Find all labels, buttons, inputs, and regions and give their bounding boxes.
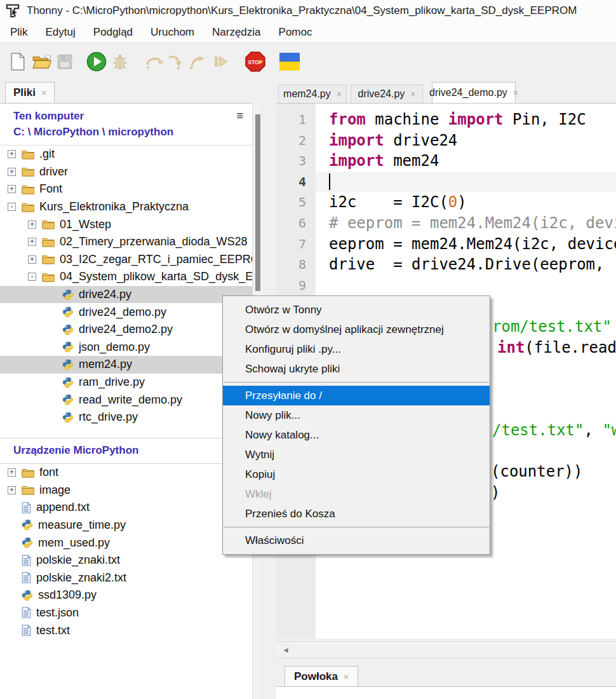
code-line-fragment: int(file.read	[497, 337, 616, 358]
close-icon[interactable]: ×	[337, 89, 342, 99]
line-number: 2	[276, 130, 306, 151]
context-menu-item-przenie-do-kosza[interactable]: Przenieś do Kosza	[223, 504, 490, 524]
context-menu-item-przesy-anie-do[interactable]: Przesyłanie do /	[223, 386, 490, 405]
context-menu-item-schowaj-ukryte-pliki[interactable]: Schowaj ukryte pliki	[223, 359, 490, 379]
open-file-button[interactable]	[32, 53, 52, 70]
tree-item-ram-drive-py[interactable]: ram_drive.py	[0, 374, 252, 391]
context-menu-item-otw-rz-w-tonny[interactable]: Otwórz w Tonny	[223, 300, 490, 320]
file-label: measure_time.py	[38, 519, 126, 532]
menu-pomoc[interactable]: Pomoc	[270, 22, 321, 43]
tree-item-04-system-plikow-karta-sd-dysk-eeprom[interactable]: -04_System_plikow_karta_SD_dysk_EEPROM	[0, 268, 252, 286]
stop-restart-backend-button[interactable]: STOP	[244, 51, 266, 72]
code-line: drive = drive24.Drive(eeprom,	[329, 254, 613, 275]
tree-item-mem24-py[interactable]: mem24.py	[0, 356, 252, 374]
tree-item-append-txt[interactable]: append.txt	[0, 499, 252, 517]
save-file-button[interactable]	[57, 53, 73, 70]
tree-item-font[interactable]: +font	[0, 464, 252, 482]
tree-item-drive24-demo2-py[interactable]: drive24_demo2.py	[0, 321, 252, 339]
context-menu-item-wklej[interactable]: Wklej	[223, 484, 490, 504]
debug-current-script-button[interactable]	[110, 52, 130, 71]
tree-item-polskie-znaki-txt[interactable]: polskie_znaki.txt	[0, 552, 252, 569]
tab-files[interactable]: Pliki ×	[5, 82, 55, 103]
menu-narz-dzia[interactable]: Narzędzia	[203, 22, 270, 43]
close-icon[interactable]: ×	[513, 88, 518, 98]
menu-uruchom[interactable]: Uruchom	[142, 22, 203, 43]
line-number: 6	[276, 213, 306, 234]
editor-hscrollbar-track[interactable]: ◄	[276, 641, 616, 658]
tree-item-kurs-elektronika-praktyczna[interactable]: -Kurs_Elektronika_Praktyczna	[0, 198, 252, 216]
collapse-icon[interactable]: -	[8, 203, 16, 211]
close-icon[interactable]: ×	[410, 89, 415, 99]
tree-item-test-json[interactable]: test.json	[0, 604, 252, 622]
tree-item-drive24-demo-py[interactable]: drive24_demo.py	[0, 303, 252, 321]
files-tab-label: Pliki	[13, 86, 36, 99]
context-menu-item-nowy-katalog[interactable]: Nowy katalog...	[223, 425, 490, 445]
shell-body[interactable]	[276, 686, 616, 699]
expand-icon[interactable]: +	[8, 468, 16, 477]
context-menu-item-wytnij[interactable]: Wytnij	[223, 445, 490, 465]
folder-icon	[22, 468, 34, 478]
resume-button[interactable]	[212, 53, 229, 70]
tree-item-test-txt[interactable]: test.txt	[0, 621, 252, 639]
tree-item-image[interactable]: +image	[0, 481, 252, 499]
context-menu-item-w-a-ciwo-ci[interactable]: Właściwości	[223, 531, 490, 550]
expand-icon[interactable]: +	[8, 185, 16, 193]
ukraine-flag-button[interactable]	[279, 53, 300, 71]
tree-item-measure-time-py[interactable]: measure_time.py	[0, 517, 252, 534]
context-menu-item-otw-rz-w-domy-lnej-aplikacji-zewn-trznej[interactable]: Otwórz w domyślnej aplikacji zewnętrznej	[223, 320, 490, 339]
step-over-button[interactable]	[145, 54, 165, 69]
panel-menu-icon[interactable]: ≡	[236, 109, 243, 123]
step-into-button[interactable]	[166, 53, 183, 70]
tree-item-json-demo-py[interactable]: json_demo.py	[0, 339, 252, 356]
code-token: "w	[602, 421, 616, 439]
step-out-button[interactable]	[188, 53, 204, 70]
line-number: 5	[276, 192, 306, 213]
expand-icon[interactable]: +	[8, 486, 16, 494]
expand-icon[interactable]: +	[28, 238, 36, 246]
python-file-icon	[62, 394, 74, 405]
run-current-script-icon	[86, 51, 107, 72]
context-menu-item-kopiuj[interactable]: Kopiuj	[223, 465, 490, 484]
menu-podgl-d[interactable]: Podgląd	[84, 22, 142, 43]
expand-icon[interactable]: +	[8, 150, 16, 158]
menu-edytuj[interactable]: Edytuj	[36, 22, 84, 43]
run-current-script-button[interactable]	[86, 51, 107, 72]
tree-item-mem-used-py[interactable]: mem_used.py	[0, 534, 252, 552]
tab-shell[interactable]: Powłoka ×	[285, 666, 358, 686]
tree-item-ssd1309-py[interactable]: ssd1309.py	[0, 587, 252, 604]
file-label: 02_Timery_przerwania_dioda_WS28	[60, 235, 248, 248]
this-computer-link[interactable]: Ten komputer	[13, 108, 252, 124]
close-icon[interactable]: ×	[344, 672, 349, 682]
ukraine-flag-icon	[279, 53, 300, 71]
file-label: polskie_znaki.txt	[36, 553, 120, 567]
tree-item-read-write-demo-py[interactable]: read_write_demo.py	[0, 391, 252, 409]
tab-mem24-py[interactable]: mem24.py×	[278, 85, 347, 103]
tree-item-02-timery-przerwania-dioda-ws28[interactable]: +02_Timery_przerwania_dioda_WS28	[0, 233, 252, 251]
tree-item-drive24-py[interactable]: drive24.py	[0, 286, 252, 304]
context-menu-item-konfiguruj-pliki-py[interactable]: Konfiguruj pliki .py...	[223, 339, 490, 359]
tree-item-driver[interactable]: +driver	[0, 163, 252, 181]
close-icon[interactable]: ×	[41, 88, 46, 98]
expand-icon[interactable]: +	[8, 168, 16, 176]
expand-icon[interactable]: +	[28, 255, 36, 264]
tab-drive24-py[interactable]: drive24.py×	[351, 85, 423, 103]
tab-drive24-demo-py[interactable]: drive24_demo.py×	[432, 82, 516, 103]
code-token: # eeprom = mem24.Mem24(i2c, device	[329, 214, 616, 232]
files-scrollbar-thumb[interactable]	[255, 114, 260, 291]
context-menu-item-nowy-plik[interactable]: Nowy plik...	[223, 405, 490, 425]
expand-icon[interactable]: +	[28, 221, 36, 229]
tree-item-font[interactable]: +Font	[0, 180, 252, 198]
current-path-link[interactable]: C: \ MicroPython \ micropython	[13, 124, 252, 140]
collapse-icon[interactable]: -	[28, 273, 36, 281]
scroll-left-arrow-icon[interactable]: ◄	[282, 646, 290, 655]
tree-item-03-i2c-zegar-rtc-i-pamiec-eeprom[interactable]: +03_I2C_zegar_RTC_i_pamiec_EEPROM	[0, 251, 252, 269]
code-line-fragment: (counter))	[491, 461, 583, 482]
step-out-icon	[188, 53, 204, 70]
code-line-fragment: )	[491, 482, 500, 503]
tree-item-rtc-drive-py[interactable]: rtc_drive.py	[0, 409, 252, 426]
new-file-button[interactable]	[10, 53, 25, 71]
tree-item-01-wstep[interactable]: +01_Wstep	[0, 215, 252, 233]
tree-item-git[interactable]: +.git	[0, 146, 252, 163]
tree-item-polskie-znaki2-txt[interactable]: polskie_znaki2.txt	[0, 569, 252, 587]
menu-plik[interactable]: Plik	[1, 22, 36, 43]
